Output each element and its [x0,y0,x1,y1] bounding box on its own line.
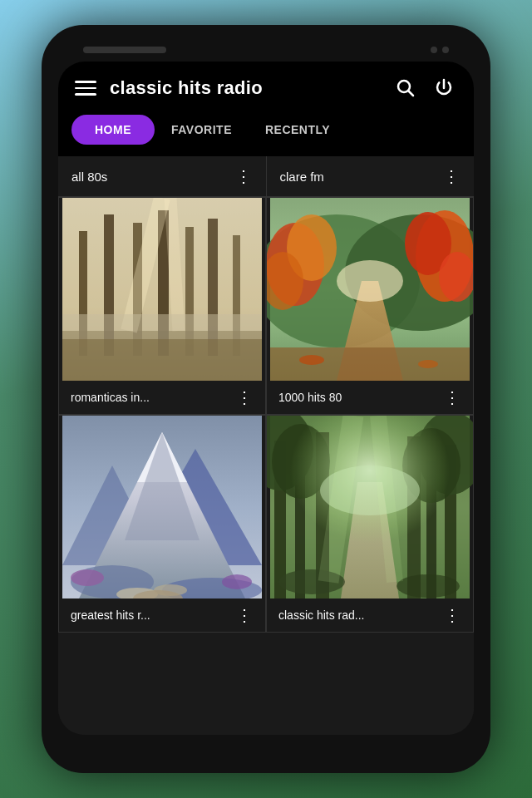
content-grid: all 80s ⋮ clare fm ⋮ [58,156,474,735]
svg-line-1 [409,91,414,96]
tabs-bar: HOME FAVORITE RECENTLY [58,115,474,156]
list-item-all80s[interactable]: all 80s ⋮ [58,156,267,196]
svg-point-29 [418,360,438,368]
list-item-clarefm[interactable]: clare fm ⋮ [267,156,475,196]
card-classichits-label: classic hits rad... [278,608,364,622]
card-1000hits[interactable]: 1000 hits 80 ⋮ [266,197,474,415]
card-greatesthits-menu[interactable]: ⋮ [236,607,254,623]
card-greatesthits-image [59,416,265,598]
svg-rect-15 [62,339,262,381]
card-classichits[interactable]: classic hits rad... ⋮ [266,415,474,633]
card-romanticas[interactable]: romanticas in... ⋮ [58,197,266,415]
menu-button[interactable] [75,81,96,96]
card-classichits-menu[interactable]: ⋮ [444,607,461,623]
svg-line-13 [170,198,179,331]
notch-bar [83,47,166,53]
notch-area [58,42,474,58]
menu-line-1 [75,81,96,83]
tab-recently[interactable]: RECENTLY [249,115,347,145]
list-item-clarefm-label: clare fm [280,170,324,184]
app-title: classic hits radio [110,77,379,99]
phone-frame: classic hits radio [42,25,490,773]
card-1000hits-label: 1000 hits 80 [278,391,342,404]
tab-home[interactable]: HOME [71,115,155,145]
list-item-all80s-label: all 80s [71,170,107,184]
card-romanticas-label-row: romanticas in... ⋮ [59,381,265,414]
card-romanticas-label: romanticas in... [71,391,150,404]
phone-screen: classic hits radio [58,62,474,735]
tab-favorite[interactable]: FAVORITE [155,115,249,145]
card-classichits-label-row: classic hits rad... ⋮ [267,598,473,632]
svg-point-41 [71,569,104,586]
card-romanticas-menu[interactable]: ⋮ [236,389,254,406]
notch-dot-1 [431,47,437,53]
notch-dot-2 [442,47,449,53]
list-item-all80s-menu[interactable]: ⋮ [235,168,253,185]
card-classichits-image [267,416,473,598]
svg-point-26 [337,260,403,302]
header-icons [392,75,457,101]
card-1000hits-image [267,198,473,381]
search-button[interactable] [392,75,419,101]
menu-line-2 [75,87,96,90]
card-1000hits-label-row: 1000 hits 80 ⋮ [267,381,473,414]
card-1000hits-menu[interactable]: ⋮ [444,389,461,406]
top-list-row: all 80s ⋮ clare fm ⋮ [58,156,474,197]
power-button[interactable] [431,75,457,101]
list-item-clarefm-menu[interactable]: ⋮ [443,168,461,185]
card-greatesthits-label-row: greatest hits r... ⋮ [59,598,265,632]
card-greatesthits-label: greatest hits r... [71,608,150,622]
notch-dots [431,47,449,53]
cards-grid: romanticas in... ⋮ [58,197,474,633]
svg-point-59 [397,574,460,598]
header: classic hits radio [58,62,474,115]
card-romanticas-image [59,198,265,381]
card-greatesthits[interactable]: greatest hits r... ⋮ [58,415,266,633]
svg-rect-27 [270,347,470,381]
svg-point-42 [222,574,252,589]
svg-point-28 [299,355,324,365]
menu-line-3 [75,93,96,96]
